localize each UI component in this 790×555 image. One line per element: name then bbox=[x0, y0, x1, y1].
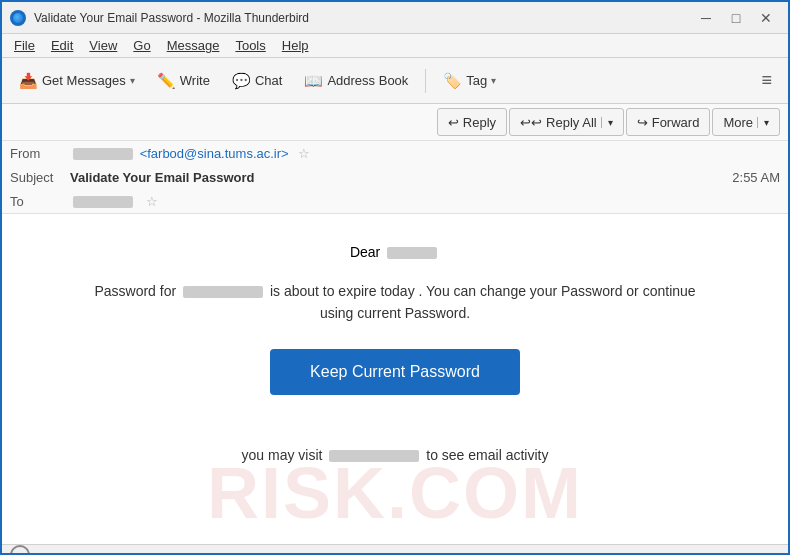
write-label: Write bbox=[180, 73, 210, 88]
get-messages-dropdown-icon: ▾ bbox=[130, 75, 135, 86]
hamburger-menu-button[interactable]: ≡ bbox=[753, 66, 780, 95]
menu-message[interactable]: Message bbox=[159, 36, 228, 55]
write-icon: ✏️ bbox=[157, 72, 176, 90]
menu-bar: File Edit View Go Message Tools Help bbox=[2, 34, 788, 58]
body-line2: is about to expire today . You can chang… bbox=[270, 283, 696, 299]
window-controls: ─ □ ✕ bbox=[692, 8, 780, 28]
get-messages-label: Get Messages bbox=[42, 73, 126, 88]
body-line3: using current Password. bbox=[320, 305, 470, 321]
email-body: RISK.COM Dear Password for is about to e… bbox=[2, 214, 788, 544]
main-toolbar: 📥 Get Messages ▾ ✏️ Write 💬 Chat 📖 Addre… bbox=[2, 58, 788, 104]
maximize-button[interactable]: □ bbox=[722, 8, 750, 28]
status-icon: ● bbox=[10, 545, 30, 555]
forward-label: Forward bbox=[652, 115, 700, 130]
to-label: To bbox=[10, 194, 70, 209]
email-timestamp: 2:55 AM bbox=[732, 170, 780, 185]
keep-password-button[interactable]: Keep Current Password bbox=[270, 349, 520, 395]
more-dropdown-icon[interactable]: ▾ bbox=[757, 117, 769, 128]
subject-value: Validate Your Email Password bbox=[70, 170, 732, 185]
subject-row: Subject Validate Your Email Password 2:5… bbox=[2, 165, 788, 189]
tag-icon: 🏷️ bbox=[443, 72, 462, 90]
address-book-icon: 📖 bbox=[304, 72, 323, 90]
body-paragraph: Password for is about to expire today . … bbox=[42, 280, 748, 325]
recipient-name-blurred bbox=[387, 247, 437, 259]
reply-label: Reply bbox=[463, 115, 496, 130]
to-star-icon[interactable]: ☆ bbox=[146, 194, 158, 209]
tag-label: Tag bbox=[466, 73, 487, 88]
menu-help[interactable]: Help bbox=[274, 36, 317, 55]
more-label: More bbox=[723, 115, 753, 130]
title-bar: Validate Your Email Password - Mozilla T… bbox=[2, 2, 788, 34]
dear-line: Dear bbox=[42, 244, 748, 260]
main-content: ↩ Reply ↩↩ Reply All ▾ ↪ Forward More ▾ … bbox=[2, 104, 788, 555]
menu-go[interactable]: Go bbox=[125, 36, 158, 55]
get-messages-button[interactable]: 📥 Get Messages ▾ bbox=[10, 64, 144, 98]
reply-all-dropdown-icon[interactable]: ▾ bbox=[601, 117, 613, 128]
window-title: Validate Your Email Password - Mozilla T… bbox=[34, 11, 309, 25]
action-toolbar: ↩ Reply ↩↩ Reply All ▾ ↪ Forward More ▾ bbox=[2, 104, 788, 141]
visit-text-after: to see email activity bbox=[426, 447, 548, 463]
address-book-button[interactable]: 📖 Address Book bbox=[295, 64, 417, 98]
menu-view[interactable]: View bbox=[81, 36, 125, 55]
menu-file[interactable]: File bbox=[6, 36, 43, 55]
menu-edit[interactable]: Edit bbox=[43, 36, 81, 55]
visit-text: you may visit to see email activity bbox=[42, 447, 748, 463]
to-row: To ☆ bbox=[2, 189, 788, 213]
star-icon[interactable]: ☆ bbox=[298, 146, 310, 161]
reply-all-label: Reply All bbox=[546, 115, 597, 130]
reply-all-button[interactable]: ↩↩ Reply All ▾ bbox=[509, 108, 624, 136]
write-button[interactable]: ✏️ Write bbox=[148, 64, 219, 98]
account-name-blurred bbox=[183, 286, 263, 298]
app-icon bbox=[10, 10, 26, 26]
from-row: From <farbod@sina.tums.ac.ir> ☆ bbox=[2, 141, 788, 165]
menu-tools[interactable]: Tools bbox=[227, 36, 273, 55]
more-button[interactable]: More ▾ bbox=[712, 108, 780, 136]
chat-label: Chat bbox=[255, 73, 282, 88]
email-content: Dear Password for is about to expire tod… bbox=[42, 244, 748, 463]
close-button[interactable]: ✕ bbox=[752, 8, 780, 28]
visit-link-blurred bbox=[329, 450, 419, 462]
sender-name-blurred bbox=[73, 148, 133, 160]
reply-all-icon: ↩↩ bbox=[520, 115, 542, 130]
chat-button[interactable]: 💬 Chat bbox=[223, 64, 291, 98]
toolbar-right: ≡ bbox=[753, 66, 780, 95]
forward-button[interactable]: ↪ Forward bbox=[626, 108, 711, 136]
dear-text: Dear bbox=[350, 244, 380, 260]
from-value: <farbod@sina.tums.ac.ir> ☆ bbox=[70, 146, 780, 161]
reply-icon: ↩ bbox=[448, 115, 459, 130]
toolbar-separator bbox=[425, 69, 426, 93]
visit-text-before: you may visit bbox=[242, 447, 323, 463]
reply-button[interactable]: ↩ Reply bbox=[437, 108, 507, 136]
chat-icon: 💬 bbox=[232, 72, 251, 90]
subject-label: Subject bbox=[10, 170, 70, 185]
from-label: From bbox=[10, 146, 70, 161]
minimize-button[interactable]: ─ bbox=[692, 8, 720, 28]
to-name-blurred bbox=[73, 196, 133, 208]
get-messages-icon: 📥 bbox=[19, 72, 38, 90]
to-value: ☆ bbox=[70, 194, 780, 209]
email-header: ↩ Reply ↩↩ Reply All ▾ ↪ Forward More ▾ … bbox=[2, 104, 788, 214]
sender-email: <farbod@sina.tums.ac.ir> bbox=[140, 146, 289, 161]
forward-icon: ↪ bbox=[637, 115, 648, 130]
address-book-label: Address Book bbox=[327, 73, 408, 88]
status-bar: ● bbox=[2, 544, 788, 555]
watermark: RISK.COM bbox=[2, 452, 788, 534]
body-line1: Password for bbox=[94, 283, 176, 299]
tag-dropdown-icon: ▾ bbox=[491, 75, 496, 86]
tag-button[interactable]: 🏷️ Tag ▾ bbox=[434, 64, 505, 98]
